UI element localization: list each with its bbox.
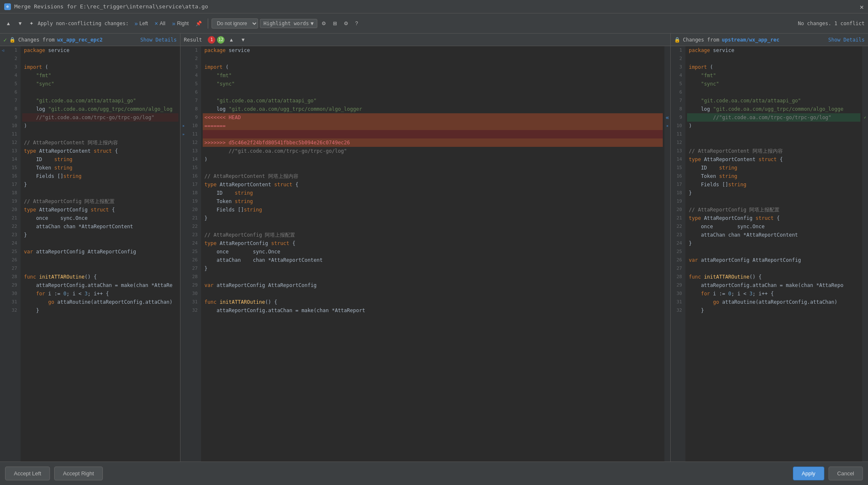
close-button[interactable]: ✕: [860, 3, 864, 10]
mid-line-4: "fmt": [203, 71, 663, 80]
prev-conflict-button[interactable]: ▲: [226, 36, 236, 44]
right-panel: 🔒 Changes from upstream/wx_app_rec Show …: [671, 34, 868, 462]
mid-line-6: [203, 88, 663, 96]
right-line-31: go attaRoutine(attaReportConfig.attaChan…: [687, 298, 860, 306]
left-line-22: attaChan chan *AttaReportContent: [22, 222, 178, 231]
left-line-25: var attaReportConfig AttaReportConfig: [22, 248, 178, 256]
pin-button[interactable]: 📌: [193, 19, 204, 28]
title-bar: ⊕ Merge Revisions for E:\rec_trigger\int…: [0, 0, 868, 13]
right-panel-header: 🔒 Changes from upstream/wx_app_rec Show …: [671, 34, 868, 46]
help-icon: ?: [355, 21, 358, 26]
left-code-content: package service import ( "fmt" "sync" "g…: [21, 46, 180, 462]
middle-panel-header: Result 1 12 ▲ ▼: [180, 34, 670, 46]
up-arrow-icon: ▲: [6, 21, 11, 26]
left-line-4: "fmt": [22, 71, 178, 80]
apply-button[interactable]: Apply: [793, 467, 824, 480]
left-line-12: // AttaReportContent 阿塔上报内容: [22, 138, 178, 147]
left-line-29: attaReportConfig.attaChan = make(chan *A…: [22, 281, 178, 289]
left-line-9: //"git.code.oa.com/trpc-go/trpc-go/log": [22, 113, 178, 122]
left-show-details[interactable]: Show Details: [140, 37, 177, 43]
mid-line-5: "sync": [203, 80, 663, 88]
right-line-14: type AttaReportContent struct {: [687, 155, 860, 164]
mid-line-24: type AttaReportConfig struct {: [203, 239, 663, 248]
mid-line-30: [203, 289, 663, 298]
mid-line-18: ID string: [203, 189, 663, 197]
app-icon: ⊕: [4, 3, 11, 10]
bottom-bar: Accept Left Accept Right Apply Cancel: [0, 462, 868, 485]
left-line-10: ): [22, 122, 178, 130]
settings-icon-button[interactable]: ⚙: [319, 19, 329, 28]
middle-right-gutter: « ×: [664, 46, 670, 462]
mid-line-31: func initATTAROutine() {: [203, 298, 663, 306]
wand-icon: ✦: [29, 21, 34, 26]
right-line-24: }: [687, 239, 860, 248]
help-button[interactable]: ?: [353, 19, 361, 28]
toolbar: ▲ ▼ ✦ Apply non-conflicting changes: » L…: [0, 13, 868, 34]
right-line-6: [687, 88, 860, 96]
apply-right-button[interactable]: » Right: [170, 19, 191, 28]
columns-button[interactable]: ⊞: [330, 19, 340, 28]
middle-left-gutter: × »: [180, 46, 186, 462]
next-change-button[interactable]: ▼: [15, 19, 25, 28]
apply-left-button[interactable]: » Left: [132, 19, 151, 28]
left-branch-name: wx_app_rec_epc2: [57, 37, 102, 43]
right-line-17: Fields []string: [687, 180, 860, 189]
mid-line-11: [203, 130, 663, 138]
all-label: All: [160, 21, 165, 26]
left-line-7: "git.code.oa.com/atta/attaapi_go": [22, 96, 178, 105]
right-lock-icon: 🔒: [674, 37, 680, 43]
double-left-icon: »: [172, 20, 175, 27]
left-line-8: log "git.code.oa.com/ugg_trpc/common/alg…: [22, 105, 178, 113]
accept-right-button[interactable]: Accept Right: [54, 467, 103, 480]
right-line-22: once sync.Once: [687, 222, 860, 231]
mid-line-26: attaChan chan *AttaReportContent: [203, 256, 663, 264]
left-lock-icon: 🔒: [9, 37, 16, 43]
mid-line-20: Fields []string: [203, 206, 663, 214]
left-check-icon: ✓: [3, 37, 7, 43]
mid-line-16: // AttaReportContent 阿塔上报内容: [203, 172, 663, 180]
right-line-3: import (: [687, 63, 860, 71]
mid-line-9: <<<<<<< HEAD: [203, 113, 663, 122]
ignore-dropdown[interactable]: Do not ignore: [212, 18, 258, 29]
left-line-31: go attaRoutine(attaReportConfig.attaChan…: [22, 298, 178, 306]
left-line-16: Fields []string: [22, 172, 178, 180]
left-line-11: [22, 130, 178, 138]
accept-left-button[interactable]: Accept Left: [5, 467, 50, 480]
mid-line-8: log "git.code.oa.com/ugg_trpc/common/alg…: [203, 105, 663, 113]
left-line-21: once sync.Once: [22, 214, 178, 222]
mid-line-1: package service: [203, 46, 663, 55]
left-label: Left: [139, 21, 148, 26]
columns-icon: ⊞: [333, 21, 337, 26]
left-line-20: type AttaReportConfig struct {: [22, 206, 178, 214]
right-line-20: // AttaReportConfig 阿塔上报配置: [687, 206, 860, 214]
right-line-26: var attaReportConfig AttaReportConfig: [687, 256, 860, 264]
right-line-21: type AttaReportConfig struct {: [687, 214, 860, 222]
separator-1: [208, 18, 208, 29]
middle-code-content: package service import ( "fmt" "sync" "g…: [201, 46, 664, 462]
mid-line-21: }: [203, 214, 663, 222]
left-line-1: package service: [22, 46, 178, 55]
toolbar-status: No changes. 1 conflict: [798, 21, 865, 26]
left-line-15: Token string: [22, 164, 178, 172]
left-line-28: func initATTAROutine() {: [22, 273, 178, 281]
window-title: Merge Revisions for E:\rec_trigger\inter…: [14, 3, 208, 10]
middle-line-numbers: 1 2 3 4 5 6 7 8 9 10 11 12 13 14 15 16 1…: [186, 46, 201, 462]
left-gutter: ◁: [0, 46, 6, 462]
right-code-area: 1 2 3 4 5 6 7 8 9 10 11 12 13 14 15 16 1…: [671, 46, 868, 462]
right-label: Right: [177, 21, 189, 26]
gear-button[interactable]: ⚙: [341, 19, 351, 28]
mid-line-19: Token string: [203, 197, 663, 206]
next-conflict-button[interactable]: ▼: [238, 36, 248, 44]
highlight-dropdown[interactable]: Highlight words ▼: [260, 19, 318, 28]
right-right-gutter: ✓: [862, 46, 868, 462]
prev-change-button[interactable]: ▲: [3, 19, 13, 28]
right-show-details[interactable]: Show Details: [828, 37, 865, 43]
right-line-32: }: [687, 306, 860, 315]
left-line-19: // AttaReportConfig 阿塔上报配置: [22, 197, 178, 206]
cancel-button[interactable]: Cancel: [829, 467, 863, 480]
apply-all-button[interactable]: × All: [152, 19, 168, 28]
highlight-label: Highlight words: [264, 21, 309, 26]
magic-button[interactable]: ✦: [27, 19, 36, 28]
conflict-navigation: 1 12 ▲ ▼: [208, 36, 248, 44]
mid-line-14: ): [203, 155, 663, 164]
